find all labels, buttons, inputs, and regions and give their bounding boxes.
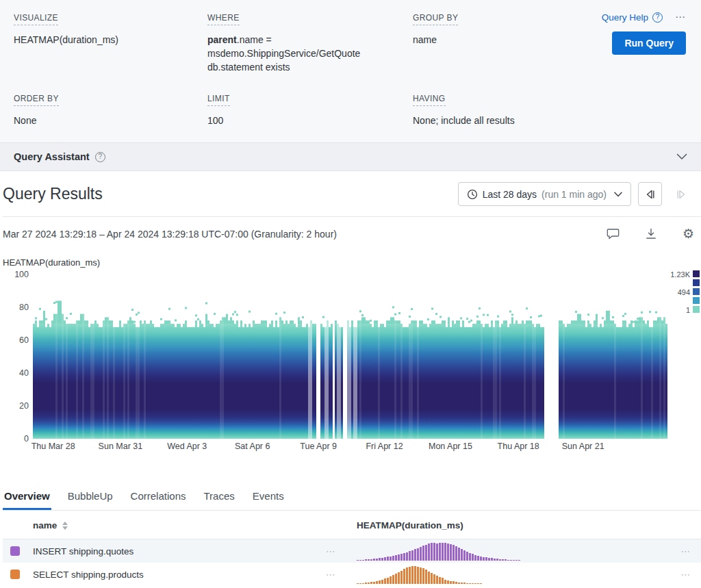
results-meta-row: Mar 27 2024 13:29:18 – Apr 24 2024 13:29… xyxy=(3,217,701,248)
results-meta-icons: ⚙ xyxy=(607,226,694,242)
where-value[interactable]: parent.name = msdemo.ShippingService/Get… xyxy=(207,33,394,74)
histogram-bar xyxy=(411,566,413,584)
histogram-bar xyxy=(480,557,482,561)
where-line-1[interactable]: parent.name = xyxy=(207,33,394,47)
chevron-down-icon xyxy=(614,192,622,197)
row-more-icon[interactable]: ⋯ xyxy=(326,546,337,557)
histogram-bar xyxy=(362,583,364,584)
histogram-bar xyxy=(398,554,400,561)
limit-value[interactable]: 100 xyxy=(207,114,394,127)
x-tick-label: Sat Apr 6 xyxy=(235,442,270,451)
history-back-button[interactable] xyxy=(638,182,662,206)
order-by-clause: ORDER BY None xyxy=(14,92,207,127)
row-more-icon[interactable]: ⋯ xyxy=(326,569,337,580)
download-button[interactable] xyxy=(646,228,657,240)
table-row[interactable]: INSERT shipping.quotes ⋯ ⋯ xyxy=(3,539,701,563)
query-builder: VISUALIZE HEATMAP(duration_ms) WHERE par… xyxy=(0,0,701,142)
histogram-bar xyxy=(453,545,455,561)
duration-histogram xyxy=(357,541,520,561)
visualize-clause: VISUALIZE HEATMAP(duration_ms) xyxy=(14,11,207,74)
limit-label: LIMIT xyxy=(207,94,230,106)
histogram-bar xyxy=(450,581,452,584)
row-more-icon[interactable]: ⋯ xyxy=(681,569,692,580)
histogram-bar xyxy=(370,559,372,561)
tab-bubbleup[interactable]: BubbleUp xyxy=(66,484,114,510)
histogram-bar xyxy=(442,543,444,561)
histogram-bar xyxy=(403,553,405,561)
group-by-clause: GROUP BY name xyxy=(413,11,563,74)
limit-clause: LIMIT 100 xyxy=(207,92,413,127)
histogram-bar xyxy=(458,548,460,561)
name-column-label: name xyxy=(33,520,57,531)
query-assistant-bar[interactable]: Query Assistant ? xyxy=(0,142,701,171)
where-line-3[interactable]: db.statement exists xyxy=(207,60,394,74)
group-by-value[interactable]: name xyxy=(413,33,563,47)
chevron-down-icon[interactable] xyxy=(676,153,687,160)
histogram-bar xyxy=(444,580,446,585)
help-question-icon[interactable]: ? xyxy=(652,12,663,23)
histogram-bar xyxy=(387,578,389,584)
settings-gear-icon[interactable]: ⚙ xyxy=(683,226,694,242)
having-value[interactable]: None; include all results xyxy=(413,114,563,127)
where-line-1-rest: .name = xyxy=(237,34,272,45)
histogram-bar xyxy=(428,572,430,584)
sort-icon[interactable] xyxy=(62,522,68,530)
histogram-bar xyxy=(433,574,435,584)
histogram-bar xyxy=(395,574,397,584)
table-header: name HEATMAP(duration_ms) xyxy=(3,511,701,539)
y-tick-label: 60 xyxy=(19,335,29,345)
histogram-bar xyxy=(420,567,422,584)
histogram-bar xyxy=(428,544,430,561)
assistant-question-icon[interactable]: ? xyxy=(95,152,105,162)
histogram-bar xyxy=(373,582,375,584)
legend-label: 1 xyxy=(670,306,690,314)
tab-traces[interactable]: Traces xyxy=(202,484,235,510)
legend-label: 494 xyxy=(670,288,690,296)
legend-swatch xyxy=(693,270,700,277)
tab-events[interactable]: Events xyxy=(251,484,285,510)
histogram-bar xyxy=(507,560,509,561)
more-options-icon[interactable]: ⋯ xyxy=(675,11,686,23)
histogram-bar xyxy=(483,557,485,561)
histogram-bar xyxy=(505,559,507,561)
row-more-icon[interactable]: ⋯ xyxy=(681,546,692,557)
table-row[interactable]: SELECT shipping.products ⋯ ⋯ xyxy=(3,563,701,586)
x-axis: Thu Mar 28Sun Mar 31Wed Apr 3Sat Apr 6Tu… xyxy=(33,442,667,455)
histogram-bar xyxy=(469,553,471,561)
histogram-bar xyxy=(370,582,372,584)
histogram-bar xyxy=(453,581,455,584)
tab-overview[interactable]: Overview xyxy=(3,484,51,510)
query-results-section: Query Results Last 28 days (run 1 min ag… xyxy=(0,171,701,586)
histogram-bar xyxy=(485,557,487,561)
query-help-link[interactable]: Query Help xyxy=(602,12,648,23)
heatmap-chart: 020406080100 1.23K4941 xyxy=(3,274,701,439)
histogram-bar xyxy=(474,583,476,584)
where-clause: WHERE parent.name = msdemo.ShippingServi… xyxy=(207,11,413,74)
x-tick-label: Thu Apr 18 xyxy=(498,442,539,451)
visualize-value[interactable]: HEATMAP(duration_ms) xyxy=(14,33,200,47)
histogram-bar xyxy=(379,558,381,561)
legend-swatch xyxy=(693,279,700,286)
histogram-bar xyxy=(447,580,449,584)
x-tick-label: Sun Apr 21 xyxy=(562,442,604,451)
where-line-2[interactable]: msdemo.ShippingService/GetQuote xyxy=(207,47,394,60)
histogram-bar xyxy=(447,544,449,561)
histogram-bar xyxy=(425,545,427,561)
order-by-value[interactable]: None xyxy=(14,114,200,127)
time-range-note: (run 1 min ago) xyxy=(541,189,607,200)
tab-correlations[interactable]: Correlations xyxy=(129,484,188,510)
run-query-button[interactable]: Run Query xyxy=(612,31,686,55)
histogram-bar xyxy=(431,573,433,584)
histogram-bar xyxy=(390,576,392,584)
histogram-bar xyxy=(384,578,386,584)
clock-icon xyxy=(467,189,478,200)
time-range-selector[interactable]: Last 28 days (run 1 min ago) xyxy=(458,182,631,206)
histogram-bar xyxy=(515,560,518,561)
heatmap-canvas[interactable] xyxy=(33,274,667,439)
histogram-bar xyxy=(422,568,424,584)
histogram-bar xyxy=(466,583,468,584)
column-header-name[interactable]: name xyxy=(33,520,68,531)
histogram-bar xyxy=(387,557,389,561)
comments-button[interactable] xyxy=(607,228,620,240)
history-forward-button[interactable] xyxy=(669,182,693,206)
